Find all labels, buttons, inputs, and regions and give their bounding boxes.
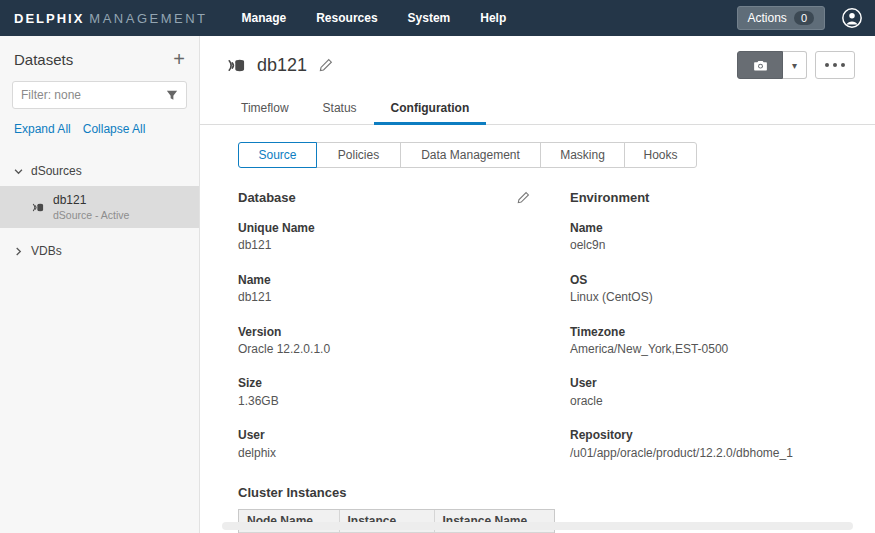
app-shell: Datasets + Filter: none Expand All Colla…	[0, 36, 875, 533]
field-version: Version Oracle 12.2.0.1.0	[238, 324, 570, 359]
sidebar-header: Datasets +	[0, 36, 199, 78]
topbar-right: Actions 0	[737, 6, 863, 30]
brand-logo: DELPHIX MANAGEMENT	[14, 11, 208, 26]
snapshot-dropdown-button[interactable]: ▾	[783, 51, 807, 79]
field-db-user: User delphix	[238, 427, 570, 462]
tree-group-dsources[interactable]: dSources	[0, 156, 199, 186]
actions-badge: 0	[794, 11, 814, 25]
configuration-subtabs: Source Policies Data Management Masking …	[238, 142, 875, 168]
environment-heading-row: Environment	[570, 190, 851, 205]
menu-resources[interactable]: Resources	[316, 11, 377, 25]
subtab-data-management[interactable]: Data Management	[400, 142, 541, 168]
subtab-policies[interactable]: Policies	[316, 142, 401, 168]
database-heading: Database	[238, 190, 296, 205]
snapshot-split-button: ▾	[737, 51, 807, 79]
main-header: db121 ▾	[200, 36, 875, 79]
filter-input[interactable]: Filter: none	[12, 81, 187, 109]
field-env-user: User oracle	[570, 375, 851, 410]
more-options-button[interactable]	[815, 51, 855, 79]
database-heading-row: Database	[238, 190, 530, 205]
add-dataset-button[interactable]: +	[173, 49, 185, 69]
collapse-all-link[interactable]: Collapse All	[83, 122, 146, 136]
chevron-right-icon	[14, 247, 23, 256]
dsource-icon	[224, 54, 247, 77]
actions-button[interactable]: Actions 0	[737, 6, 825, 30]
chevron-down-icon	[14, 167, 23, 176]
field-repository: Repository /u01/app/oracle/product/12.2.…	[570, 427, 851, 462]
tree-item-status: dSource - Active	[53, 208, 129, 222]
field-os: OS Linux (CentOS)	[570, 272, 851, 307]
tree-group-label: dSources	[31, 164, 82, 178]
field-size: Size 1.36GB	[238, 375, 570, 410]
main-panel: db121 ▾ Timeflow	[200, 36, 875, 533]
field-timezone: Timezone America/New_York,EST-0500	[570, 324, 851, 359]
field-name: Name db121	[238, 272, 570, 307]
subtab-hooks[interactable]: Hooks	[624, 142, 697, 168]
menu-help[interactable]: Help	[480, 11, 506, 25]
field-unique-name: Unique Name db121	[238, 220, 570, 255]
subtab-masking[interactable]: Masking	[540, 142, 625, 168]
tree-group-vdbs[interactable]: VDBs	[0, 236, 199, 266]
actions-label: Actions	[748, 11, 787, 25]
database-section: Database Unique Name db121 Name db121 Ve…	[238, 190, 570, 479]
brand-primary: DELPHIX	[14, 11, 84, 26]
tree-group-label: VDBs	[31, 244, 62, 258]
menu-system[interactable]: System	[408, 11, 451, 25]
top-menu: Manage Resources System Help	[242, 11, 507, 25]
source-details: Database Unique Name db121 Name db121 Ve…	[200, 168, 875, 479]
horizontal-scrollbar[interactable]	[222, 522, 853, 530]
filter-icon[interactable]	[166, 89, 178, 101]
expand-all-link[interactable]: Expand All	[14, 122, 71, 136]
edit-database-icon[interactable]	[517, 191, 530, 204]
tree-item-db121[interactable]: db121 dSource - Active	[0, 186, 199, 228]
header-buttons: ▾	[737, 51, 855, 79]
filter-text: Filter: none	[21, 88, 81, 102]
menu-manage[interactable]: Manage	[242, 11, 287, 25]
edit-title-icon[interactable]	[319, 58, 333, 72]
environment-heading: Environment	[570, 190, 649, 205]
dsource-icon	[30, 200, 45, 215]
cluster-instances-heading: Cluster Instances	[238, 485, 851, 500]
tab-timeflow[interactable]: Timeflow	[224, 93, 306, 125]
environment-section: Environment Name oelc9n OS Linux (CentOS…	[570, 190, 851, 479]
tree-item-name: db121	[53, 192, 129, 208]
subtab-source[interactable]: Source	[238, 142, 317, 168]
page-title: db121	[257, 55, 307, 76]
sidebar-title: Datasets	[14, 51, 73, 68]
user-avatar-icon[interactable]	[841, 7, 863, 29]
tab-configuration[interactable]: Configuration	[374, 93, 487, 125]
datasets-sidebar: Datasets + Filter: none Expand All Colla…	[0, 36, 200, 533]
brand-secondary: MANAGEMENT	[89, 11, 207, 26]
tab-bar: Timeflow Status Configuration	[200, 93, 875, 125]
sidebar-links: Expand All Collapse All	[0, 119, 199, 148]
field-env-name: Name oelc9n	[570, 220, 851, 255]
snapshot-camera-button[interactable]	[737, 51, 783, 79]
top-nav-bar: DELPHIX MANAGEMENT Manage Resources Syst…	[0, 0, 875, 36]
tab-status[interactable]: Status	[306, 93, 374, 125]
